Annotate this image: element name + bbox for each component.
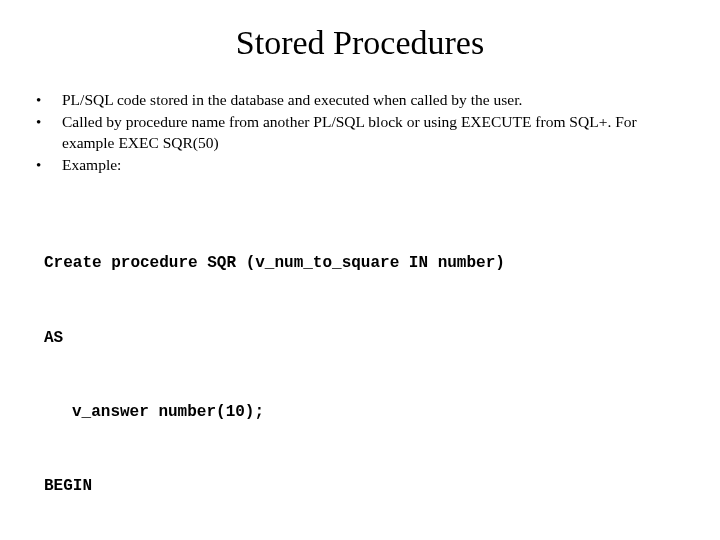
- bullet-item: Example:: [30, 155, 690, 176]
- bullet-item: Called by procedure name from another PL…: [30, 112, 690, 154]
- slide-title: Stored Procedures: [30, 24, 690, 62]
- code-block: Create procedure SQR (v_num_to_square IN…: [44, 202, 690, 540]
- bullet-list: PL/SQL code stored in the database and e…: [30, 90, 690, 176]
- bullet-item: PL/SQL code stored in the database and e…: [30, 90, 690, 111]
- code-line: AS: [44, 326, 690, 351]
- code-line: Create procedure SQR (v_num_to_square IN…: [44, 251, 690, 276]
- code-line: BEGIN: [44, 474, 690, 499]
- code-line: v_answer number(10);: [44, 400, 690, 425]
